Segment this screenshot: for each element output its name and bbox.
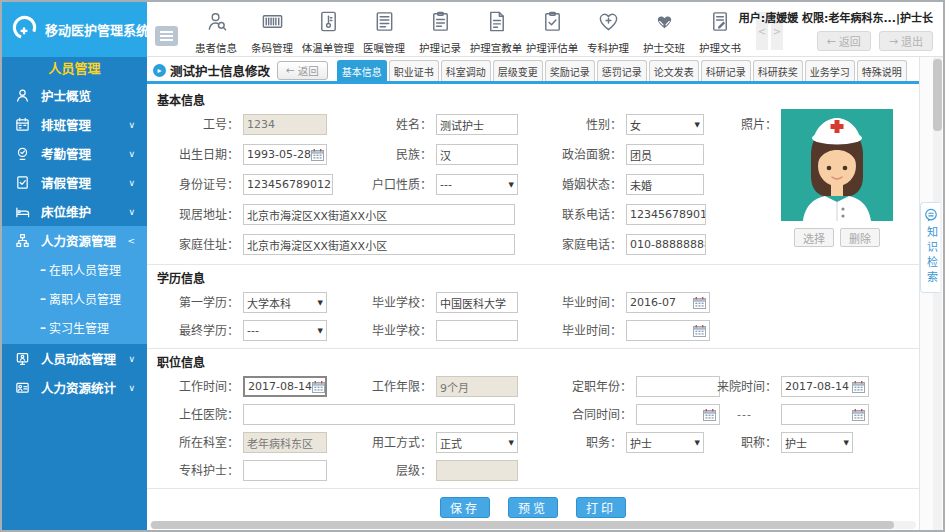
toolbar-item-education-sheet[interactable]: 护理宣教单 xyxy=(468,3,524,55)
title-select[interactable]: 护士▼ xyxy=(781,432,853,453)
hospital-entry-field[interactable]: 2017-08-14 xyxy=(781,376,869,397)
toolbar-item-barcode[interactable]: 条码管理 xyxy=(244,3,300,55)
sidebar-item-bed-maintenance[interactable]: 床位维护 ∨ xyxy=(2,197,147,226)
first-grad-time-field[interactable]: 2016-07 xyxy=(626,292,710,313)
contract-start-field[interactable] xyxy=(636,404,720,425)
sidebar-subitem-interns[interactable]: – 实习生管理 xyxy=(2,313,147,342)
photo-delete-button[interactable]: 删除 xyxy=(840,228,880,247)
work-years-field: 9个月 xyxy=(436,376,518,397)
section-education: 学历信息 第一学历： 大学本科▼ 毕业学校： 中国医科大学 毕业时间： 2016… xyxy=(147,264,919,348)
birth-date-label: 出生日期： xyxy=(147,145,239,165)
header-back-button[interactable]: ←返回 xyxy=(817,31,871,51)
tab-professional-certificates[interactable]: 职业证书 xyxy=(389,60,439,81)
vertical-scrollbar-thumb[interactable] xyxy=(933,59,942,131)
toolbar-item-nursing-record[interactable]: 护理记录 xyxy=(412,3,468,55)
calendar-icon[interactable] xyxy=(311,149,324,161)
toolbar-item-temperature-sheet[interactable]: 体温单管理 xyxy=(300,3,356,55)
sidebar-item-schedule[interactable]: 排班管理 ∨ xyxy=(2,110,147,139)
marital-status-field[interactable]: 未婚 xyxy=(626,174,704,195)
section-basic-info: 基本信息 工号： 1234 姓名： 测试护士 性别： 女▼ 照片： 出生日期： … xyxy=(147,87,919,264)
tab-department-transfer[interactable]: 科室调动 xyxy=(441,60,491,81)
calendar-icon[interactable] xyxy=(312,381,325,393)
final-school-field[interactable] xyxy=(436,320,518,341)
sidebar-item-personnel-dynamics[interactable]: 人员动态管理 ∨ xyxy=(2,344,147,373)
final-degree-select[interactable]: ---▼ xyxy=(243,320,327,341)
name-field[interactable]: 测试护士 xyxy=(436,114,518,135)
sidebar-subitem-resigned-staff[interactable]: – 离职人员管理 xyxy=(2,284,147,313)
home-address-field[interactable]: 北京市海淀区XX街道XX小区 xyxy=(243,234,515,255)
home-phone-label: 家庭电话： xyxy=(537,235,622,255)
sidebar-item-attendance[interactable]: 考勤管理 ∨ xyxy=(2,139,147,168)
calendar-icon[interactable] xyxy=(852,409,865,421)
menu-toggle-button[interactable] xyxy=(155,26,178,46)
photo-select-button[interactable]: 选择 xyxy=(794,228,834,247)
specialty-nurse-field[interactable] xyxy=(243,460,327,481)
save-button[interactable]: 保存 xyxy=(440,497,490,518)
tab-special-notes[interactable]: 特殊说明 xyxy=(857,60,907,81)
preview-button[interactable]: 预览 xyxy=(508,497,558,518)
contract-end-field[interactable] xyxy=(781,404,869,425)
previous-hospital-field[interactable] xyxy=(243,404,515,425)
assessment-sheet-icon xyxy=(541,10,564,37)
tab-basic-info[interactable]: 基本信息 xyxy=(337,60,387,81)
bed-icon xyxy=(15,204,30,219)
final-grad-time-field[interactable] xyxy=(626,320,710,341)
tab-punishments[interactable]: 惩罚记录 xyxy=(597,60,647,81)
birth-date-field[interactable]: 1993-05-28 xyxy=(243,144,327,165)
toolbar-item-label: 护理记录 xyxy=(419,40,461,55)
horizontal-scrollbar-thumb[interactable] xyxy=(151,521,894,529)
print-button[interactable]: 打印 xyxy=(576,497,626,518)
toolbar-item-shift-handover[interactable]: 护士交班 xyxy=(636,3,692,55)
sidebar-item-hr-statistics[interactable]: 人力资源统计 ∨ xyxy=(2,373,147,402)
tab-professional-study[interactable]: 业务学习 xyxy=(805,60,855,81)
knowledge-search-icon xyxy=(924,208,938,222)
toolbar-item-patient-info[interactable]: 患者信息 xyxy=(188,3,244,55)
page-back-button[interactable]: ←返回 xyxy=(277,61,328,80)
toolbar-item-specialty-care[interactable]: 专科护理 xyxy=(580,3,636,55)
calendar-icon[interactable] xyxy=(693,325,706,337)
sidebar-item-leave[interactable]: 请假管理 ∨ xyxy=(2,168,147,197)
work-start-field[interactable]: 2017-08-14 xyxy=(243,376,327,397)
contact-phone-label: 联系电话： xyxy=(537,205,622,225)
toolbar-item-label: 医嘱管理 xyxy=(363,40,405,55)
contract-time-label: 合同时间： xyxy=(537,405,632,425)
political-status-field[interactable]: 团员 xyxy=(626,144,704,165)
education-sheet-icon xyxy=(485,10,508,37)
patient-info-icon xyxy=(205,10,228,37)
contact-phone-field[interactable]: 12345678901 xyxy=(626,204,706,225)
tab-research-records[interactable]: 科研记录 xyxy=(701,60,751,81)
toolbar-item-label: 条码管理 xyxy=(251,40,293,55)
final-degree-value: --- xyxy=(247,324,259,337)
sidebar-item-nurse-overview[interactable]: 护士概览 xyxy=(2,81,147,110)
tab-publications[interactable]: 论文发表 xyxy=(649,60,699,81)
knowledge-search-tab[interactable]: 知识检索 xyxy=(920,202,940,293)
tab-awards[interactable]: 奖励记录 xyxy=(545,60,595,81)
id-number-field[interactable]: 1234567890123 xyxy=(243,174,333,195)
first-school-field[interactable]: 中国医科大学 xyxy=(436,292,518,313)
sidebar-subitem-active-staff[interactable]: – 在职人员管理 xyxy=(2,255,147,284)
logout-label: 退出 xyxy=(901,33,923,49)
horizontal-scrollbar[interactable] xyxy=(150,521,916,529)
top-bar: 移动医护管理系统 患者信息 条码管理 体温单管理 医嘱管理 护理记录 xyxy=(2,2,943,57)
home-address-label: 家庭住址： xyxy=(147,235,239,255)
tab-level-change[interactable]: 层级变更 xyxy=(493,60,543,81)
household-type-select[interactable]: ---▼ xyxy=(436,174,518,195)
calendar-icon[interactable] xyxy=(852,381,865,393)
section-heading: 职位信息 xyxy=(147,354,919,372)
toolbar: 患者信息 条码管理 体温单管理 医嘱管理 护理记录 护理宣教单 xyxy=(147,2,943,57)
first-degree-select[interactable]: 大学本科▼ xyxy=(243,292,327,313)
ethnicity-field[interactable]: 汉 xyxy=(436,144,518,165)
toolbar-item-medical-orders[interactable]: 医嘱管理 xyxy=(356,3,412,55)
logout-button[interactable]: →退出 xyxy=(879,31,933,51)
vertical-scrollbar[interactable] xyxy=(933,57,942,530)
calendar-icon[interactable] xyxy=(693,297,706,309)
medical-orders-icon xyxy=(373,10,396,37)
toolbar-item-assessment-sheet[interactable]: 护理评估单 xyxy=(524,3,580,55)
employment-type-select[interactable]: 正式▼ xyxy=(436,432,518,453)
home-phone-field[interactable]: 010-88888888 xyxy=(626,234,706,255)
sidebar-item-hr-management[interactable]: 人力资源管理 < xyxy=(2,226,147,255)
calendar-icon[interactable] xyxy=(703,409,716,421)
tab-research-awards[interactable]: 科研获奖 xyxy=(753,60,803,81)
current-address-field[interactable]: 北京市海淀区XX街道XX小区 xyxy=(243,204,515,225)
department-field: 老年病科东区 xyxy=(243,432,327,453)
